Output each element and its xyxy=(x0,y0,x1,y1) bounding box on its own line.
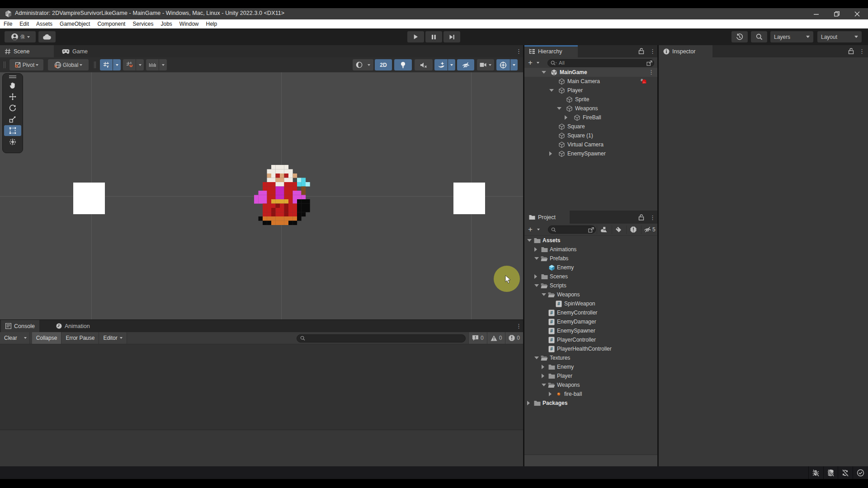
hierarchy-row[interactable]: Sprite xyxy=(524,95,657,104)
error-count-toggle[interactable]: 0 xyxy=(505,332,523,344)
toolbar-drag-handle-2[interactable] xyxy=(94,61,96,68)
grid-snap-caret[interactable] xyxy=(113,59,121,70)
expander-collapsed-icon[interactable] xyxy=(549,151,552,156)
collapse-toggle[interactable]: Collapse xyxy=(32,332,62,344)
menu-edit[interactable]: Edit xyxy=(19,21,29,27)
scene-camera-dropdown[interactable] xyxy=(477,59,494,70)
expander-collapsed-icon[interactable] xyxy=(565,115,567,120)
hierarchy-row[interactable]: EnemySpawner xyxy=(524,149,657,158)
expander-expanded-icon[interactable] xyxy=(542,71,546,74)
snap-increment-caret[interactable] xyxy=(159,59,167,70)
project-row[interactable]: Weapons xyxy=(524,290,657,299)
tools-grip-icon[interactable] xyxy=(9,75,16,78)
project-row[interactable]: Scripts xyxy=(524,281,657,290)
layout-dropdown[interactable]: Layout xyxy=(817,31,862,42)
expander-collapsed-icon[interactable] xyxy=(534,274,537,279)
expander-expanded-icon[interactable] xyxy=(534,257,539,260)
project-row[interactable]: Enemy xyxy=(524,263,657,272)
project-row[interactable]: Enemy xyxy=(524,362,657,371)
hierarchy-row[interactable]: Weapons xyxy=(524,104,657,113)
search-button[interactable] xyxy=(751,31,767,42)
hierarchy-lock-icon[interactable] xyxy=(638,48,644,54)
snap-increment-toggle[interactable] xyxy=(146,59,159,70)
magnet-snap-caret[interactable] xyxy=(136,59,144,70)
inspector-lock-icon[interactable] xyxy=(848,48,854,54)
expander-collapsed-icon[interactable] xyxy=(542,374,544,378)
play-button[interactable] xyxy=(407,31,424,42)
hierarchy-search-field[interactable]: All xyxy=(547,59,654,67)
rect-tool-button[interactable] xyxy=(4,125,21,136)
tab-inspector[interactable]: Inspector xyxy=(659,45,712,57)
project-row[interactable]: Animations xyxy=(524,245,657,254)
pause-button[interactable] xyxy=(425,31,442,42)
scene-viewport[interactable] xyxy=(0,72,523,319)
menu-assets[interactable]: Assets xyxy=(36,21,52,27)
draw-mode-dropdown[interactable] xyxy=(353,59,373,70)
scale-tool-button[interactable] xyxy=(4,114,21,125)
scene-audio-toggle[interactable] xyxy=(415,59,433,70)
rotate-tool-button[interactable] xyxy=(4,103,21,113)
camera-red-badge-icon[interactable] xyxy=(640,78,647,85)
tab-project[interactable]: Project xyxy=(524,211,570,224)
tab-hierarchy[interactable]: Hierarchy xyxy=(524,45,578,57)
tab-console[interactable]: Console xyxy=(1,320,39,332)
error-pause-toggle[interactable]: Error Pause xyxy=(61,332,99,344)
hierarchy-search-popout-icon[interactable] xyxy=(646,60,652,66)
square-sprite[interactable] xyxy=(73,183,105,214)
scene-lighting-toggle[interactable] xyxy=(394,59,412,70)
project-panel-menu-icon[interactable]: ⋮ xyxy=(650,215,656,221)
expander-collapsed-icon[interactable] xyxy=(549,392,552,396)
project-row[interactable]: Assets xyxy=(524,236,657,245)
project-row[interactable]: Scenes xyxy=(524,272,657,281)
project-row[interactable]: Weapons xyxy=(524,380,657,389)
project-search-field[interactable] xyxy=(548,225,596,234)
project-add-button[interactable]: + xyxy=(528,225,533,233)
scene-menu-icon[interactable]: ⋮ xyxy=(648,69,654,75)
hierarchy-row[interactable]: Virtual Camera xyxy=(524,140,657,149)
expander-expanded-icon[interactable] xyxy=(534,284,539,287)
project-row[interactable]: #PlayerHealthController xyxy=(524,344,657,353)
tab-game[interactable]: Game xyxy=(57,45,92,57)
project-row[interactable]: Player xyxy=(524,371,657,380)
search-by-label-icon[interactable] xyxy=(615,226,622,233)
global-dropdown[interactable]: Global xyxy=(48,59,89,70)
gizmos-caret[interactable] xyxy=(510,59,518,70)
project-row[interactable]: Packages xyxy=(524,399,657,408)
clear-button[interactable]: Clear xyxy=(0,332,21,344)
expander-expanded-icon[interactable] xyxy=(557,107,561,110)
hierarchy-row[interactable]: FireBall xyxy=(524,113,657,122)
scene-panel-menu-icon[interactable]: ⋮ xyxy=(516,48,522,54)
console-panel-menu-icon[interactable]: ⋮ xyxy=(516,323,522,329)
tab-animation[interactable]: Animation xyxy=(52,320,94,332)
square-sprite[interactable] xyxy=(453,183,485,214)
expander-expanded-icon[interactable] xyxy=(542,384,546,386)
close-button[interactable] xyxy=(849,8,865,19)
project-row[interactable]: fire-ball xyxy=(524,389,657,399)
import-activity-icon[interactable] xyxy=(630,226,637,233)
menu-gameobject[interactable]: GameObject xyxy=(60,21,90,27)
hierarchy-row[interactable]: MainGame⋮ xyxy=(524,68,657,77)
menu-component[interactable]: Component xyxy=(97,21,125,27)
expander-expanded-icon[interactable] xyxy=(534,357,539,359)
tab-scene[interactable]: Scene xyxy=(0,45,54,57)
scene-visibility-toggle[interactable] xyxy=(457,59,474,70)
expander-expanded-icon[interactable] xyxy=(549,89,554,92)
hierarchy-add-button[interactable]: + xyxy=(528,59,533,66)
activity-status-cell[interactable] xyxy=(853,466,868,479)
clear-caret-button[interactable] xyxy=(21,332,30,344)
auto-refresh-status-cell[interactable] xyxy=(838,466,853,479)
effects-toggle[interactable] xyxy=(434,59,448,70)
hierarchy-panel-menu-icon[interactable]: ⋮ xyxy=(650,48,656,54)
layers-dropdown[interactable]: Layers xyxy=(770,31,813,42)
undo-history-button[interactable] xyxy=(731,31,748,42)
toolbar-drag-handle[interactable] xyxy=(4,61,5,68)
menu-window[interactable]: Window xyxy=(179,21,199,27)
grid-snap-toggle[interactable]: Y xyxy=(100,59,113,70)
menu-file[interactable]: File xyxy=(4,21,12,27)
menu-services[interactable]: Services xyxy=(132,21,153,27)
expander-collapsed-icon[interactable] xyxy=(542,365,544,369)
hierarchy-row[interactable]: Main Camera xyxy=(524,77,657,86)
project-row[interactable]: Prefabs xyxy=(524,254,657,263)
project-row[interactable]: #EnemyController xyxy=(524,308,657,317)
gizmos-toggle[interactable] xyxy=(496,59,510,70)
